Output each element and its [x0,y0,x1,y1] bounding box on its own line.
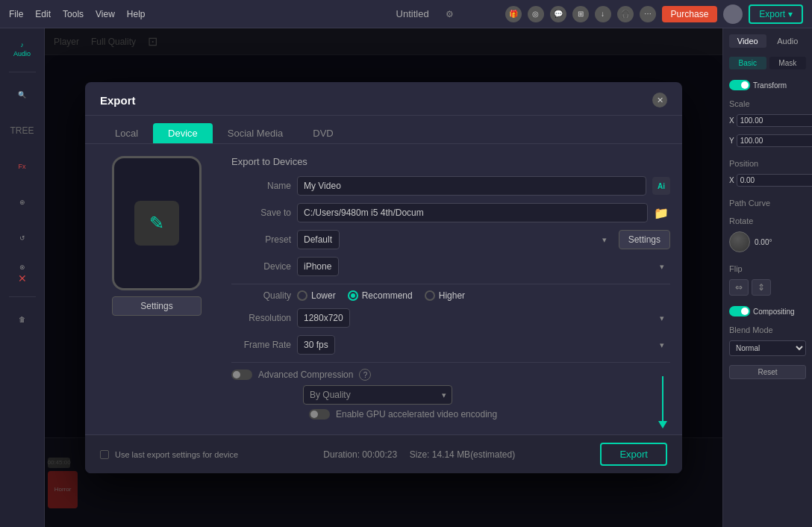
frame-rate-select[interactable]: 30 fps [297,335,335,355]
quality-by-select[interactable]: By Quality [303,385,452,405]
gpu-row: Enable GPU accelerated video encoding [231,409,670,420]
device-select-wrapper: iPhone [297,257,670,276]
preview-area: ✎ Settings [97,156,216,422]
menu-edit[interactable]: Edit [35,9,51,19]
ai-icon[interactable]: Ai [652,177,670,195]
headphone-icon[interactable]: 🎧 [617,6,634,22]
scale-y-input[interactable] [737,134,812,147]
reset-button[interactable]: Reset [729,365,806,379]
quality-select-row: By Quality [303,385,670,405]
rotate-row: 0.00° [729,231,806,252]
flip-label: Flip [729,264,806,273]
frame-rate-row: Frame Rate 30 fps [231,335,670,355]
tab-dvd[interactable]: DVD [298,123,348,143]
quality-recommend-label: Recommend [362,290,413,301]
scale-y-row: Y [729,134,806,147]
scale-x-input[interactable] [737,114,812,127]
tab-device[interactable]: Device [153,123,213,143]
sidebar-tree-icon[interactable]: TREE [7,116,37,146]
flip-buttons: ⇔ ⇕ [729,279,806,296]
menu-file[interactable]: File [9,9,23,19]
download-icon[interactable]: ↓ [595,6,611,22]
resolution-select[interactable]: 1280x720 [297,308,350,328]
menu-tools[interactable]: Tools [63,9,84,19]
flip-vertical-button[interactable]: ⇕ [752,279,771,296]
export-top-button[interactable]: Export ▾ [749,4,803,24]
quality-recommend-option[interactable]: Recommend [348,290,413,301]
scale-x-row: X [729,114,806,127]
preset-select-wrapper: Default [297,230,613,249]
advanced-compression-label: Advanced Compression [258,369,353,380]
quality-by-wrapper: By Quality [303,385,452,405]
arrow-line [662,376,663,421]
target-icon[interactable]: ◎ [528,6,544,22]
main-layout: ♪ Audio 🔍 TREE Fx ⊕ ↺ ⊗ ✕ 🗑 Player Full … [0,28,812,527]
dialog-body: ✎ Settings Export to Devices Name Ai [85,144,682,434]
preset-select[interactable]: Default [297,230,340,249]
section-title: Export to Devices [231,156,670,167]
sidebar-search-icon[interactable]: 🔍 [7,80,37,110]
flip-horizontal-button[interactable]: ⇔ [729,279,749,296]
rotate-knob[interactable] [729,231,750,252]
rp-tab-video[interactable]: Video [729,34,766,48]
right-panel-tabs: Video Audio [729,34,806,48]
arrow-decoration [658,376,667,428]
tab-local[interactable]: Local [100,123,153,143]
path-row: 📁 [297,203,670,222]
save-path-input[interactable] [297,203,648,222]
rp-sub-tabs: Basic Mask [729,57,806,69]
compositing-row: Compositing [729,306,806,316]
sidebar-item5[interactable]: ⊗ ✕ [7,259,37,289]
comment-icon[interactable]: 💬 [550,6,566,22]
user-avatar[interactable] [723,4,743,24]
export-dialog: Export ✕ Local Device Social Media DVD ✎ [85,82,682,473]
compositing-toggle[interactable] [729,306,750,316]
duration-info: Duration: 00:00:23 Size: 14.14 MB(estima… [323,449,515,460]
settings-button[interactable]: Settings [619,230,670,249]
menu-help[interactable]: Help [127,9,146,19]
folder-icon[interactable]: 📁 [652,204,670,222]
rp-sub-basic[interactable]: Basic [729,57,766,69]
help-icon[interactable]: ? [359,369,371,381]
position-x-row: X px [729,174,806,187]
name-input[interactable] [297,176,646,196]
menu-view[interactable]: View [96,9,115,19]
quality-higher-radio[interactable] [425,290,435,301]
quality-lower-radio[interactable] [297,290,307,301]
quality-lower-option[interactable]: Lower [297,290,336,301]
position-x-label: X [729,176,734,184]
edit-icon: ⚙ [446,9,454,19]
quality-row: Quality Lower Recommend [231,290,670,301]
quality-higher-label: Higher [439,290,465,301]
quality-recommend-radio[interactable] [348,290,358,301]
modal-overlay: Export ✕ Local Device Social Media DVD ✎ [45,28,722,527]
purchase-button[interactable]: Purchase [662,6,718,22]
dialog-close-button[interactable]: ✕ [652,93,667,107]
center-content: Player Full Quality ⊡ ▶ 00:45:00 [45,28,722,527]
rp-sub-mask[interactable]: Mask [769,57,807,69]
export-final-button[interactable]: Export [600,443,667,466]
rp-tab-audio[interactable]: Audio [769,34,807,48]
sidebar-item3[interactable]: ⊕ [7,187,37,217]
device-select[interactable]: iPhone [297,257,339,276]
tab-social-media[interactable]: Social Media [213,123,298,143]
preview-phone-icon: ✎ [134,201,179,246]
remember-settings-checkbox[interactable] [100,450,109,459]
gift-icon[interactable]: 🎁 [505,6,522,22]
edit-preview-button[interactable]: Settings [112,296,202,316]
sidebar-item4[interactable]: ↺ [7,223,37,253]
grid-icon[interactable]: ⊞ [572,6,589,22]
blend-mode-select[interactable]: Normal [729,340,806,356]
frame-rate-select-wrapper: 30 fps [297,335,670,355]
sidebar-audio-icon[interactable]: ♪ Audio [7,34,37,64]
transform-toggle[interactable] [729,80,750,90]
sidebar-trash-icon[interactable]: 🗑 [7,305,37,334]
advanced-compression-toggle[interactable] [231,369,252,380]
apps-icon[interactable]: ⋯ [640,6,656,22]
scale-y-label: Y [729,137,734,145]
gpu-toggle[interactable] [309,409,330,420]
remember-settings-label: Use last export settings for device [115,450,238,459]
quality-higher-option[interactable]: Higher [425,290,465,301]
position-x-input[interactable] [737,174,812,187]
sidebar-effects-icon[interactable]: Fx [7,152,37,181]
